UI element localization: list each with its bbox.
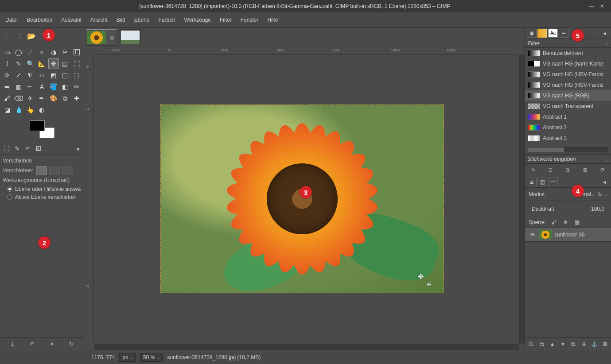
visibility-icon[interactable]: 👁 bbox=[529, 232, 537, 238]
tool-perspclone[interactable]: ◪ bbox=[2, 105, 12, 115]
open-icon[interactable]: 📂 bbox=[27, 31, 36, 41]
refresh-gradient-icon[interactable]: ⟳ bbox=[599, 167, 606, 173]
status-unit-select[interactable]: px⌵ bbox=[119, 353, 136, 362]
menu-hilfe[interactable]: Hilfe bbox=[264, 14, 281, 26]
foreground-color[interactable] bbox=[30, 120, 45, 131]
gradient-row[interactable]: VG nach Transparent bbox=[525, 101, 611, 112]
edit-gradient-icon[interactable]: ✎ bbox=[530, 167, 537, 173]
lock-alpha-icon[interactable]: ▦ bbox=[573, 219, 580, 225]
tool-paintbrush[interactable]: 🖌 bbox=[2, 93, 12, 104]
tool-gradient[interactable]: ◧ bbox=[60, 81, 70, 92]
tool-pencil[interactable]: ✏ bbox=[71, 81, 82, 92]
menu-fenster[interactable]: Fenster bbox=[237, 14, 262, 26]
tool-shear[interactable]: ⧨ bbox=[25, 70, 35, 81]
color-swatch[interactable] bbox=[30, 120, 54, 138]
move-layer-button[interactable] bbox=[36, 167, 47, 174]
mode-reset-icon[interactable]: ↻ bbox=[596, 191, 603, 197]
tool-3dtransform[interactable]: ◩ bbox=[48, 70, 59, 81]
tab-fonts-icon[interactable]: Aa bbox=[548, 29, 558, 38]
menu-farben[interactable]: Farben bbox=[155, 14, 179, 26]
gradient-row[interactable]: Benutzerdefiniert bbox=[525, 48, 611, 58]
new-layer-icon[interactable]: 🗋 bbox=[528, 341, 535, 347]
tab-image-icon[interactable]: 🖼 bbox=[34, 144, 43, 153]
minimize-button[interactable]: — bbox=[586, 3, 597, 9]
gradient-filter[interactable]: Filter ⌵ bbox=[525, 39, 611, 48]
close-tab-icon[interactable]: ⊠ bbox=[108, 35, 116, 41]
layer-down-icon[interactable]: ▼ bbox=[559, 341, 566, 347]
delete-gradient-icon[interactable]: ⊠ bbox=[582, 167, 589, 173]
home-icon[interactable]: ⌂ bbox=[2, 31, 12, 41]
tab-paths-icon[interactable]: 〰 bbox=[548, 178, 558, 186]
gradient-row[interactable]: VG nach HG (HSV-Farbtc bbox=[525, 80, 611, 90]
ruler-horizontal[interactable]: -250 0 250 500 750 1000 1250 bbox=[94, 47, 519, 55]
new-group-icon[interactable]: 🗀 bbox=[538, 341, 545, 347]
tool-heal[interactable]: ✚ bbox=[71, 93, 82, 104]
lock-pixels-icon[interactable]: 🖌 bbox=[550, 219, 557, 225]
tool-smudge[interactable]: 👆 bbox=[25, 105, 35, 115]
gradient-row[interactable]: VG nach HG (HSV-Farbtc bbox=[525, 69, 611, 80]
tool-dodge[interactable]: ◐ bbox=[36, 105, 47, 115]
tab-patterns-icon[interactable] bbox=[537, 29, 547, 38]
scrollbar-horizontal[interactable] bbox=[94, 344, 519, 350]
tool-foreground[interactable]: 🄵 bbox=[71, 47, 82, 58]
menu-ebene[interactable]: Ebene bbox=[131, 14, 153, 26]
reset-options-icon[interactable]: ↻ bbox=[68, 341, 75, 347]
radio-move-active[interactable]: Aktive Ebene verschieben bbox=[7, 194, 81, 200]
tool-ink[interactable]: ✒ bbox=[36, 93, 47, 104]
tab-history-icon[interactable]: ━ bbox=[559, 29, 568, 38]
tab-brushes-icon[interactable]: ◉ bbox=[527, 29, 537, 38]
tool-perspective[interactable]: ▱ bbox=[36, 70, 47, 81]
scrollbar-vertical[interactable] bbox=[519, 55, 525, 344]
tool-warp[interactable]: 〰 bbox=[25, 81, 35, 92]
chevron-down-icon[interactable]: ⌵ bbox=[592, 192, 595, 197]
tool-paths[interactable]: ⤴ bbox=[2, 58, 12, 69]
tool-align[interactable]: ▤ bbox=[60, 58, 70, 69]
tags-input[interactable]: Stichworte eingeben ⌵ bbox=[525, 154, 611, 164]
dup-layer-icon[interactable]: ⧉ bbox=[570, 341, 577, 347]
menu-bild[interactable]: Bild bbox=[113, 14, 129, 26]
tool-picker[interactable]: ✎ bbox=[13, 58, 24, 69]
layer-up-icon[interactable]: ▲ bbox=[549, 341, 556, 347]
tool-eraser[interactable]: ⌫ bbox=[13, 93, 24, 104]
tool-move[interactable]: ✥ bbox=[48, 58, 59, 69]
tool-fuzzy-select[interactable]: ✧ bbox=[36, 47, 47, 58]
menu-bearbeiten[interactable]: Bearbeiten bbox=[23, 14, 56, 26]
tool-rotate[interactable]: ⟳ bbox=[2, 70, 12, 81]
tool-clone[interactable]: ⧉ bbox=[60, 93, 70, 104]
mask-layer-icon[interactable]: ⚓ bbox=[591, 341, 598, 347]
tool-scale[interactable]: ⤢ bbox=[13, 70, 24, 81]
dock-menu-icon[interactable]: ◂ bbox=[599, 178, 609, 186]
radio-pick-layer[interactable]: Ebene oder Hilfslinie auswä bbox=[7, 186, 81, 192]
tool-text[interactable]: A bbox=[36, 81, 47, 92]
menu-ansicht[interactable]: Ansicht bbox=[86, 14, 111, 26]
delete-options-icon[interactable]: ✕ bbox=[48, 341, 55, 347]
restore-options-icon[interactable]: ↶ bbox=[28, 341, 35, 347]
tab-undo-icon[interactable]: ↶ bbox=[23, 144, 32, 153]
tab-layers-icon[interactable]: ≣ bbox=[527, 178, 537, 186]
gradient-scrollbar[interactable] bbox=[528, 147, 608, 152]
tool-handle[interactable]: ◫ bbox=[60, 70, 70, 81]
merge-layer-icon[interactable]: ⇊ bbox=[580, 341, 588, 347]
tool-bucket[interactable]: 🪣 bbox=[48, 81, 59, 92]
tool-blur[interactable]: 💧 bbox=[13, 105, 24, 115]
tool-crop[interactable]: ⛶ bbox=[71, 58, 82, 69]
image-tab-landscape[interactable] bbox=[120, 29, 141, 45]
close-button[interactable]: ✕ bbox=[597, 3, 607, 9]
tool-measure[interactable]: 📐 bbox=[36, 58, 47, 69]
status-zoom-select[interactable]: 50 %⌵ bbox=[140, 353, 163, 362]
tool-cage[interactable]: ▦ bbox=[13, 81, 24, 92]
tool-unified[interactable]: ⬚ bbox=[71, 70, 82, 81]
tool-scissors[interactable]: ✂ bbox=[60, 47, 70, 58]
layer-row[interactable]: 👁 sunflower-36 bbox=[525, 228, 611, 242]
tool-rect-select[interactable]: ▭ bbox=[2, 47, 12, 58]
dock-menu-icon[interactable]: ◂ bbox=[73, 144, 82, 153]
gradient-row[interactable]: Abstract 3 bbox=[525, 133, 611, 143]
gradient-row[interactable]: Abstract 2 bbox=[525, 122, 611, 133]
menu-werkzeuge[interactable]: Werkzeuge bbox=[181, 14, 214, 26]
move-path-button[interactable] bbox=[62, 167, 73, 174]
dup-gradient-icon[interactable]: ⧉ bbox=[564, 167, 572, 173]
tool-mypaint[interactable]: 🎨 bbox=[48, 93, 59, 104]
tool-zoom[interactable]: 🔍 bbox=[25, 58, 35, 69]
canvas-image[interactable]: ✥ ⊕ bbox=[160, 105, 444, 293]
gradient-row[interactable]: VG nach HG (RGB) bbox=[525, 90, 611, 101]
